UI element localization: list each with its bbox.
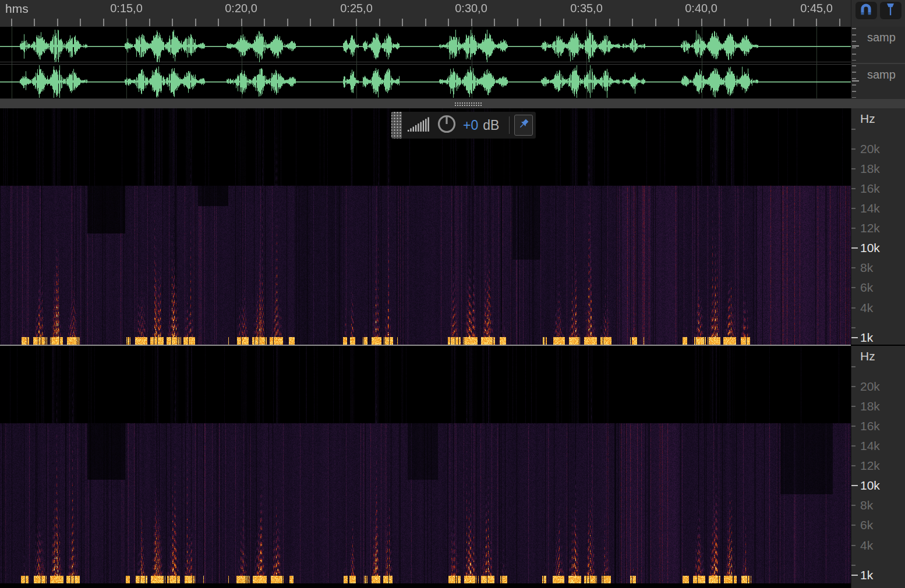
frequency-tick <box>851 525 855 526</box>
frequency-tick <box>851 465 855 466</box>
volume-bars-icon <box>408 115 431 135</box>
ruler-time-label: 0:45,0 <box>800 2 833 15</box>
frequency-label: 14k <box>860 439 880 453</box>
amplitude-ticks <box>852 65 856 98</box>
magnet-icon <box>857 2 875 19</box>
frequency-label: 4k <box>860 539 873 552</box>
pin-icon <box>517 118 530 133</box>
spectrogram-top[interactable] <box>0 108 851 345</box>
frequency-label: 12k <box>860 221 880 235</box>
spectrogram-bottom[interactable] <box>0 346 851 588</box>
pin-hud-button[interactable] <box>514 115 533 136</box>
frequency-label: 1k <box>860 568 873 582</box>
waveform-display[interactable] <box>0 27 851 98</box>
frequency-tick <box>851 386 855 387</box>
ruler-time-label: 0:30,0 <box>455 2 487 15</box>
frequency-label: 12k <box>860 459 880 473</box>
frequency-tick <box>851 287 855 288</box>
frequency-tick <box>851 267 855 268</box>
frequency-tick <box>851 307 855 309</box>
frequency-label: 18k <box>860 399 880 413</box>
amplitude-zero-tick <box>852 80 859 82</box>
knob-icon[interactable] <box>436 114 457 137</box>
frequency-tick <box>851 168 855 169</box>
amplitude-ticks <box>852 28 856 61</box>
frequency-axis-top: Hz20k18k16k14k12k10k8k6k4k1k <box>851 108 905 345</box>
gain-hud: +0 dB <box>391 112 536 139</box>
frequency-tick <box>851 327 855 328</box>
frequency-tick <box>851 485 858 486</box>
gain-unit-label: dB <box>483 118 499 133</box>
frequency-label: 8k <box>860 261 873 275</box>
ruler-time-label: 0:15,0 <box>110 2 143 15</box>
frequency-label: 6k <box>860 518 873 532</box>
frequency-tick <box>851 545 855 546</box>
frequency-tick <box>851 575 858 576</box>
channel-row-2: samp <box>851 63 905 100</box>
frequency-tick <box>851 148 855 150</box>
frequency-label: 20k <box>860 380 880 394</box>
frequency-tick <box>851 426 855 427</box>
splitter-bar[interactable] <box>0 98 905 108</box>
channel-row-1: samp <box>851 27 905 62</box>
frequency-tick <box>851 565 855 566</box>
channel-label: samp <box>867 31 896 44</box>
grip-dots[interactable] <box>391 112 402 139</box>
frequency-tick <box>851 366 855 367</box>
frequency-label: 1k <box>860 331 873 345</box>
ruler-time-label: 0:35,0 <box>570 2 603 15</box>
frequency-axis-bottom: Hz20k18k16k14k12k10k8k6k4k1k <box>851 346 905 588</box>
frequency-tick <box>851 188 855 189</box>
gain-value[interactable]: +0 <box>463 118 478 133</box>
spectrogram-divider <box>0 345 851 346</box>
frequency-tick <box>851 406 855 407</box>
ruler-time-label: 0:25,0 <box>340 2 373 15</box>
razor-icon <box>883 2 898 19</box>
ruler-time-label: 0:40,0 <box>685 2 717 15</box>
ruler-time-labels: 0:15,00:20,00:25,00:30,00:35,00:40,00:45… <box>0 0 851 27</box>
drag-grip[interactable] <box>454 102 482 107</box>
amplitude-zero-tick <box>852 45 859 47</box>
frequency-label: 6k <box>860 281 873 295</box>
frequency-label: 16k <box>860 419 880 433</box>
marker-tool-button[interactable] <box>880 2 902 19</box>
frequency-label: 18k <box>860 162 880 176</box>
frequency-unit-label: Hz <box>860 112 875 126</box>
frequency-tick <box>851 247 858 249</box>
frequency-label: 16k <box>860 182 880 196</box>
audio-editor-window: hms 0:15,00:20,00:25,00:30,00:35,00:40,0… <box>0 0 905 588</box>
snap-toggle-button[interactable] <box>855 2 877 19</box>
frequency-tick <box>851 208 855 209</box>
frequency-label: 10k <box>860 479 880 493</box>
frequency-label: 4k <box>860 301 873 315</box>
frequency-tick <box>851 505 855 506</box>
toolbar-top-right <box>851 0 905 27</box>
hud-separator <box>509 116 510 134</box>
frequency-tick <box>851 129 855 130</box>
frequency-unit-label: Hz <box>860 349 875 363</box>
frequency-tick <box>851 445 855 447</box>
frequency-label: 14k <box>860 201 880 215</box>
gain-readout[interactable]: +0 dB <box>463 118 499 133</box>
frequency-label: 10k <box>860 241 880 255</box>
frequency-tick <box>851 228 855 229</box>
track-label-panel: samp samp <box>851 27 905 98</box>
frequency-label: 20k <box>860 142 880 156</box>
ruler-time-label: 0:20,0 <box>225 2 257 15</box>
frequency-tick <box>851 337 858 338</box>
channel-label: samp <box>867 68 896 82</box>
frequency-label: 8k <box>860 498 873 512</box>
